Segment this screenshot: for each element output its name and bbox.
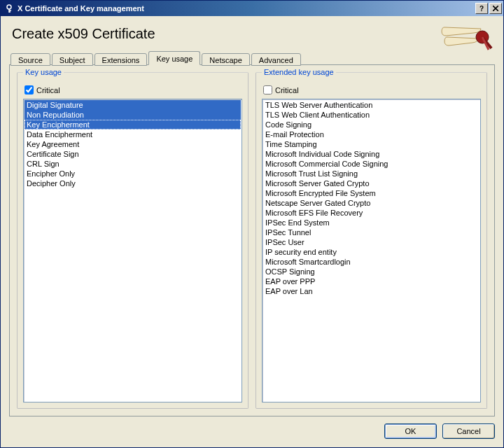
scroll-wax-seal-icon bbox=[439, 23, 495, 51]
list-item[interactable]: Microsoft EFS File Recovery bbox=[263, 208, 479, 218]
list-item[interactable]: OCSP Signing bbox=[263, 267, 479, 276]
tab-key-usage[interactable]: Key usage bbox=[148, 51, 200, 65]
dialog-button-row: OK Cancel bbox=[9, 424, 495, 439]
list-item[interactable]: Netscape Server Gated Crypto bbox=[263, 198, 479, 208]
tab-panel-key-usage: Key usage Critical Digital SignatureNon … bbox=[9, 64, 495, 416]
list-item[interactable]: Microsoft Encrypted File System bbox=[263, 188, 479, 198]
ext-key-usage-critical-checkbox[interactable] bbox=[263, 85, 272, 94]
list-item[interactable]: Time Stamping bbox=[263, 139, 479, 149]
list-item[interactable]: Decipher Only bbox=[24, 178, 241, 188]
key-usage-critical-checkbox[interactable] bbox=[24, 85, 34, 94]
svg-point-0 bbox=[7, 5, 11, 9]
list-item[interactable]: Microsoft Commercial Code Signing bbox=[263, 159, 479, 169]
list-item[interactable]: CRL Sign bbox=[24, 159, 241, 169]
list-item[interactable]: Microsoft Server Gated Crypto bbox=[263, 178, 479, 188]
tab-advanced[interactable]: Advanced bbox=[251, 53, 301, 66]
list-item[interactable]: Encipher Only bbox=[24, 169, 241, 178]
list-item[interactable]: IP security end entity bbox=[263, 247, 479, 257]
client-area: Create x509 Certificate Source Subject E… bbox=[1, 16, 503, 447]
key-usage-critical-label: Critical bbox=[36, 86, 60, 94]
list-item[interactable]: E-mail Protection bbox=[263, 130, 479, 139]
tabstrip: Source Subject Extensions Key usage Nets… bbox=[9, 51, 495, 65]
window-title: X Certificate and Key management bbox=[18, 4, 474, 13]
list-item[interactable]: IPSec Tunnel bbox=[263, 227, 479, 237]
window: X Certificate and Key management ? Creat… bbox=[0, 0, 504, 448]
list-item[interactable]: Certificate Sign bbox=[24, 149, 241, 159]
ext-key-usage-critical-label: Critical bbox=[275, 86, 299, 94]
key-usage-listbox[interactable]: Digital SignatureNon RepudiationKey Enci… bbox=[23, 99, 242, 402]
group-key-usage-legend: Key usage bbox=[23, 68, 64, 76]
list-item[interactable]: IPSec User bbox=[263, 237, 479, 247]
titlebar[interactable]: X Certificate and Key management ? bbox=[1, 1, 503, 16]
ext-key-usage-critical-row[interactable]: Critical bbox=[263, 85, 479, 94]
page-title: Create x509 Certificate bbox=[12, 26, 439, 42]
list-item[interactable]: TLS Web Server Authentication bbox=[263, 100, 479, 110]
list-item[interactable]: EAP over Lan bbox=[263, 286, 479, 296]
list-item[interactable]: Digital Signature bbox=[24, 100, 241, 110]
group-key-usage: Key usage Critical Digital SignatureNon … bbox=[17, 72, 248, 409]
list-item[interactable]: Key Agreement bbox=[24, 139, 241, 149]
list-item[interactable]: Microsoft Trust List Signing bbox=[263, 169, 479, 178]
list-item[interactable]: Microsoft Smartcardlogin bbox=[263, 257, 479, 267]
list-item[interactable]: Data Encipherment bbox=[24, 130, 241, 139]
list-item[interactable]: IPSec End System bbox=[263, 218, 479, 227]
app-icon bbox=[4, 3, 15, 14]
list-item[interactable]: Code Signing bbox=[263, 120, 479, 130]
list-item[interactable]: TLS Web Client Authentication bbox=[263, 110, 479, 120]
help-button[interactable]: ? bbox=[475, 3, 488, 14]
tab-subject[interactable]: Subject bbox=[52, 53, 93, 66]
tab-netscape[interactable]: Netscape bbox=[202, 53, 249, 66]
tab-source[interactable]: Source bbox=[10, 53, 50, 66]
list-item[interactable]: Microsoft Individual Code Signing bbox=[263, 149, 479, 159]
group-ext-key-usage-legend: Extended key usage bbox=[262, 68, 336, 76]
ok-button[interactable]: OK bbox=[384, 424, 437, 439]
tab-extensions[interactable]: Extensions bbox=[94, 53, 148, 66]
group-ext-key-usage: Extended key usage Critical TLS Web Serv… bbox=[255, 72, 487, 409]
key-usage-critical-row[interactable]: Critical bbox=[24, 85, 241, 94]
list-item[interactable]: Key Encipherment bbox=[24, 120, 241, 130]
cancel-button[interactable]: Cancel bbox=[442, 424, 495, 439]
list-item[interactable]: EAP over PPP bbox=[263, 276, 479, 286]
close-button[interactable] bbox=[489, 3, 502, 14]
ext-key-usage-listbox[interactable]: TLS Web Server AuthenticationTLS Web Cli… bbox=[262, 99, 481, 402]
list-item[interactable]: Non Repudiation bbox=[24, 110, 241, 120]
